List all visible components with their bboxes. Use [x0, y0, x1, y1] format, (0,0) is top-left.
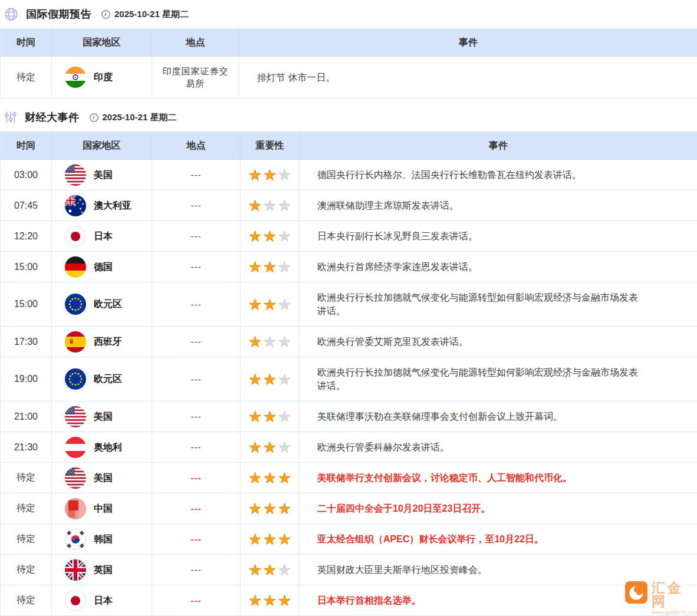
location-cell: 印度国家证券交易所: [152, 57, 239, 98]
country-name: 日本: [94, 594, 113, 607]
country-name: 美国: [94, 472, 113, 485]
flag-us-icon: [65, 467, 86, 489]
event-text: 美联储举行支付创新会议，讨论稳定币、人工智能和代币化。: [300, 463, 697, 493]
country-cell: 美国: [52, 160, 152, 190]
flag-eu-icon: [65, 368, 86, 390]
country-cell: 日本: [52, 221, 152, 252]
time-cell: 待定: [1, 493, 52, 524]
table-row: 12:20日本---日本央行副行长冰见野良三发表讲话。: [1, 221, 697, 252]
location-cell: ---: [152, 524, 241, 555]
table-row: 07:45澳大利亚---澳洲联储助理主席琼斯发表讲话。: [1, 190, 697, 221]
importance-stars: [241, 221, 300, 252]
time-cell: 待定: [1, 463, 52, 493]
country-cell: 中国: [52, 493, 152, 524]
clock-icon: [89, 113, 99, 123]
column-header: 地点: [152, 132, 241, 160]
location-cell: ---: [152, 160, 241, 190]
watermark-site-url: www.gold678.com: [652, 610, 697, 615]
time-cell: 15:00: [1, 252, 52, 282]
location-cell: ---: [152, 282, 241, 327]
country-cell: 英国: [52, 555, 152, 585]
flag-in-icon: [65, 67, 86, 88]
importance-stars: [241, 493, 300, 524]
country-cell: 欧元区: [52, 357, 152, 401]
table-row: 待定日本---日本举行首相指名选举。: [1, 585, 697, 616]
location-cell: ---: [152, 432, 241, 463]
importance-stars: [241, 327, 300, 357]
table-row: 待定印度印度国家证券交易所排灯节 休市一日。: [1, 57, 697, 98]
events-section-date: 2025-10-21 星期二: [103, 112, 177, 123]
event-text: 欧洲央行行长拉加德就气候变化与能源转型如何影响宏观经济与金融市场发表讲话。: [300, 282, 697, 327]
event-text: 排灯节 休市一日。: [239, 57, 697, 98]
event-text: 二十届四中全会于10月20日至23日召开。: [300, 493, 697, 524]
column-header: 重要性: [241, 132, 300, 160]
watermark: 汇金网 www.gold678.com: [625, 581, 697, 615]
importance-stars: [241, 357, 300, 401]
importance-stars: [241, 555, 300, 585]
country-name: 英国: [94, 564, 113, 577]
country-cell: 澳大利亚: [52, 190, 152, 221]
table-row: 待定韩国---亚太经合组织（APEC）财长会议举行，至10月22日。: [1, 524, 697, 555]
time-cell: 待定: [1, 555, 52, 585]
country-name: 美国: [94, 410, 113, 423]
event-text: 欧洲央行管委科赫尔发表讲话。: [300, 432, 697, 463]
holiday-section-date: 2025-10-21 星期二: [114, 9, 189, 20]
country-name: 中国: [94, 502, 113, 515]
holiday-table: 时间国家地区地点事件 待定印度印度国家证券交易所排灯节 休市一日。: [0, 28, 697, 98]
gold678-logo-icon: [625, 581, 647, 606]
event-text: 日本央行副行长冰见野良三发表讲话。: [300, 221, 697, 252]
events-section-header: 财经大事件 2025-10-21 星期二: [0, 98, 697, 131]
sliders-icon: [4, 110, 18, 124]
country-cell: 奥地利: [52, 432, 152, 463]
flag-gb-icon: [65, 559, 86, 581]
time-cell: 15:00: [1, 282, 52, 327]
event-text: 美联储理事沃勒在美联储理事会支付创新会议上致开幕词。: [300, 401, 697, 432]
country-name: 奥地利: [94, 441, 122, 454]
location-cell: ---: [152, 463, 241, 493]
events-section-title: 财经大事件: [25, 110, 80, 124]
country-name: 印度: [94, 71, 113, 84]
location-cell: ---: [152, 555, 241, 585]
column-header: 地点: [152, 29, 239, 57]
events-table-header-row: 时间国家地区地点重要性事件: [1, 132, 697, 160]
time-cell: 待定: [1, 585, 52, 616]
event-text: 德国央行行长内格尔、法国央行行长维勒鲁瓦在纽约发表讲话。: [300, 160, 697, 190]
location-cell: ---: [152, 190, 241, 221]
globe-icon: [4, 6, 19, 22]
holiday-section-header: 国际假期预告 2025-10-21 星期二: [0, 0, 697, 28]
events-table: 时间国家地区地点重要性事件 03:00美国---德国央行行长内格尔、法国央行行长…: [0, 131, 697, 616]
importance-stars: [241, 160, 300, 190]
column-header: 事件: [300, 132, 697, 160]
time-cell: 21:00: [1, 401, 52, 432]
event-text: 欧洲央行行长拉加德就气候变化与能源转型如何影响宏观经济与金融市场发表讲话。: [300, 357, 697, 401]
table-row: 15:00德国---欧洲央行首席经济学家连恩发表讲话。: [1, 252, 697, 282]
event-text: 亚太经合组织（APEC）财长会议举行，至10月22日。: [300, 524, 697, 555]
event-text: 澳洲联储助理主席琼斯发表讲话。: [300, 190, 697, 221]
country-name: 美国: [94, 169, 113, 182]
time-cell: 17:30: [1, 327, 52, 357]
country-cell: 印度: [52, 57, 152, 98]
table-row: 待定英国---英国财政大臣里夫斯举行地区投资峰会。: [1, 555, 697, 585]
location-cell: ---: [152, 493, 241, 524]
flag-jp-icon: [65, 590, 86, 611]
column-header: 时间: [1, 132, 52, 160]
country-name: 韩国: [94, 533, 113, 546]
table-row: 待定中国---二十届四中全会于10月20日至23日召开。: [1, 493, 697, 524]
flag-us-icon: [65, 406, 86, 427]
table-row: 15:00欧元区---欧洲央行行长拉加德就气候变化与能源转型如何影响宏观经济与金…: [1, 282, 697, 327]
column-header: 事件: [239, 29, 697, 57]
time-cell: 12:20: [1, 221, 52, 252]
flag-jp-icon: [65, 226, 86, 247]
table-row: 21:30奥地利---欧洲央行管委科赫尔发表讲话。: [1, 432, 697, 463]
table-row: 17:30西班牙---欧洲央行管委艾斯克里瓦发表讲话。: [1, 327, 697, 357]
importance-stars: [241, 282, 300, 327]
flag-at-icon: [65, 437, 86, 458]
importance-stars: [241, 190, 300, 221]
location-cell: ---: [152, 327, 241, 357]
time-cell: 21:30: [1, 432, 52, 463]
event-text: 英国财政大臣里夫斯举行地区投资峰会。: [300, 555, 697, 585]
country-name: 澳大利亚: [94, 199, 131, 212]
flag-us-icon: [65, 164, 86, 186]
column-header: 国家地区: [52, 132, 152, 160]
importance-stars: [241, 585, 300, 616]
